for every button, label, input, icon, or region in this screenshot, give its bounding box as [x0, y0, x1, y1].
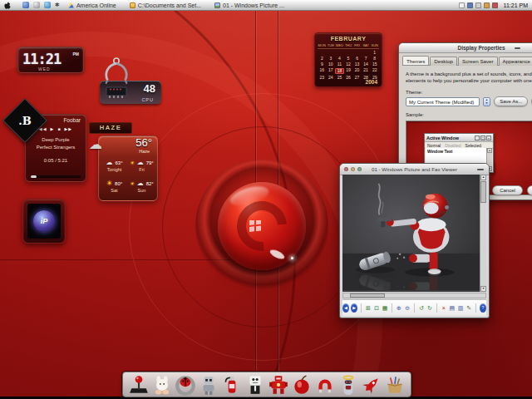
weather-condition-bar[interactable]: HAZE: [89, 122, 132, 134]
calendar-date: [362, 50, 371, 56]
system-tray-icon[interactable]: [492, 2, 498, 8]
play-button[interactable]: ▶: [51, 126, 55, 131]
window-reflection: [249, 220, 261, 232]
rotate-clockwise-icon[interactable]: ↻: [426, 303, 433, 313]
theme-select[interactable]: My Current Theme (Modified): [406, 97, 480, 106]
picture-viewer-window: 01 - Windows Picture and Fax Viewer: [339, 163, 490, 318]
theme-description: A theme is a background plus a set of so…: [406, 71, 532, 84]
zoom-in-icon[interactable]: ⊕: [396, 303, 402, 313]
calendar-date: 5: [344, 56, 353, 62]
calendar-date: 7: [362, 56, 371, 62]
seek-thumb[interactable]: [31, 175, 37, 178]
tab-themes[interactable]: Themes: [402, 56, 429, 65]
menubar-app-icon[interactable]: ✱: [55, 2, 60, 8]
delete-icon[interactable]: ×: [441, 303, 447, 313]
clock-widget[interactable]: 11:21 PM WED: [17, 47, 84, 73]
cancel-button[interactable]: Cancel: [492, 185, 523, 195]
vertical-scrollbar[interactable]: ▲ ▼: [480, 175, 486, 292]
help-icon[interactable]: ?: [480, 303, 486, 313]
viewer-titlebar[interactable]: 01 - Windows Picture and Fax Viewer: [340, 164, 489, 175]
dock-icon-magnet[interactable]: [314, 374, 336, 396]
horizontal-scrollbar[interactable]: [342, 293, 486, 298]
menubar-app-icon[interactable]: [22, 2, 29, 8]
previous-image-icon[interactable]: ◀: [342, 303, 349, 313]
menubar-task[interactable]: 01 - Windows Picture ...: [214, 2, 284, 8]
calendar-year: 2004: [366, 79, 377, 85]
minimize-icon[interactable]: [515, 47, 520, 49]
calendar-date: [327, 50, 336, 56]
forecast-temp: 80°: [115, 181, 122, 186]
forecast-temp: 63°: [115, 160, 122, 165]
dock-icon-plush-bunny[interactable]: [151, 374, 173, 396]
calendar-month: FEBRUARY: [315, 33, 382, 42]
calendar-day-header: SUN: [370, 43, 379, 47]
apple-menu-icon[interactable]: [4, 2, 11, 9]
scroll-down-icon[interactable]: ▼: [480, 286, 486, 292]
dock-icon-ladybug[interactable]: [175, 374, 196, 396]
tab-desktop[interactable]: Desktop: [430, 57, 457, 66]
calendar-date: 17: [327, 67, 336, 73]
tab-appearance[interactable]: Appearance: [499, 57, 532, 66]
forecast-cell: ☀☁82°Sun: [128, 179, 155, 200]
apply-button[interactable]: [527, 185, 532, 195]
save-icon[interactable]: ▥: [457, 303, 464, 313]
sun-icon: ☀: [130, 160, 134, 166]
edit-icon[interactable]: ✎: [466, 303, 472, 313]
next-button[interactable]: ▶▶: [64, 126, 72, 131]
stop-button[interactable]: ■: [57, 126, 61, 131]
dock-icon-joystick[interactable]: [128, 374, 150, 396]
toolbar-separator: [392, 303, 392, 313]
calendar-date: 3: [327, 56, 336, 62]
best-fit-icon[interactable]: ⊞: [365, 303, 372, 313]
tray-clock[interactable]: 11:21 PM: [504, 2, 528, 8]
weather-widget[interactable]: ☁ 56° Haze ☁63°Tonight☀☁79°Fri☀80°Sat☀☁8…: [98, 135, 158, 201]
foobar-logo-text: .B: [10, 106, 40, 135]
track-artist: Deep Purple: [26, 136, 86, 144]
tab-screen-saver[interactable]: Screen Saver: [458, 57, 498, 66]
slideshow-icon[interactable]: ▦: [382, 303, 388, 313]
calendar-date: 21: [362, 67, 371, 73]
calendar-date: 16: [318, 67, 327, 73]
dock-icon-red-mech-robot[interactable]: [268, 374, 289, 396]
calendar-date: 12: [344, 62, 353, 67]
system-tray-icon[interactable]: [459, 2, 465, 8]
dock-icon-halo-robot[interactable]: [337, 374, 359, 396]
menubar-task[interactable]: America Online: [68, 2, 116, 8]
actual-size-icon[interactable]: ⊡: [373, 303, 380, 313]
dock-icon-red-rocket[interactable]: [361, 374, 382, 396]
menubar-task-label: C:\Documents and Set...: [138, 2, 201, 8]
menubar-app-icon[interactable]: [44, 2, 51, 8]
dock-icon-toolbox[interactable]: [384, 374, 406, 396]
toolbar-separator: [414, 303, 415, 313]
dock-icon-boxhead-robot[interactable]: [244, 374, 266, 396]
claw-tool-icon[interactable]: [96, 57, 136, 87]
dock-icon-gray-robot[interactable]: [198, 374, 219, 396]
menubar-task[interactable]: C:\Documents and Set...: [130, 2, 201, 8]
rotate-counterclockwise-icon[interactable]: ↺: [418, 303, 425, 313]
save-as-button[interactable]: Save As...: [494, 96, 528, 106]
calendar-day-headers: MONTUEWEDTHUFRISATSUN: [318, 43, 379, 49]
forecast-cell: ☀80°Sat: [101, 179, 128, 200]
system-tray-icon[interactable]: [484, 2, 490, 8]
next-image-icon[interactable]: ▶: [351, 303, 357, 313]
theme-label: Theme:: [406, 90, 532, 95]
preview-menu-item: Selected: [466, 143, 481, 148]
scrollbar-thumb[interactable]: [480, 181, 486, 203]
calendar-widget[interactable]: FEBRUARY MONTUEWEDTHUFRISATSUN 123456789…: [314, 32, 382, 87]
print-icon[interactable]: ▤: [449, 303, 456, 313]
zoom-out-icon[interactable]: ⊖: [404, 303, 411, 313]
dock-icon-cherry[interactable]: [291, 374, 313, 396]
system-tray-icon[interactable]: [467, 2, 473, 8]
media-logo-widget[interactable]: iP: [22, 199, 66, 244]
minimize-icon[interactable]: [477, 169, 484, 170]
calendar-day-header: WED: [335, 43, 344, 47]
dock-icon-fire-extinguisher[interactable]: [221, 374, 243, 396]
seek-bar[interactable]: [31, 175, 81, 178]
scroll-up-icon[interactable]: ▲: [480, 175, 486, 180]
system-tray-icon[interactable]: [475, 2, 481, 8]
theme-stepper[interactable]: ▲▼: [483, 97, 491, 106]
menubar-app-icon[interactable]: [33, 2, 40, 8]
scrollbar-thumb[interactable]: [350, 293, 385, 298]
dialog-titlebar[interactable]: Display Properties: [399, 43, 532, 53]
forecast-day: Tonight: [101, 167, 128, 172]
